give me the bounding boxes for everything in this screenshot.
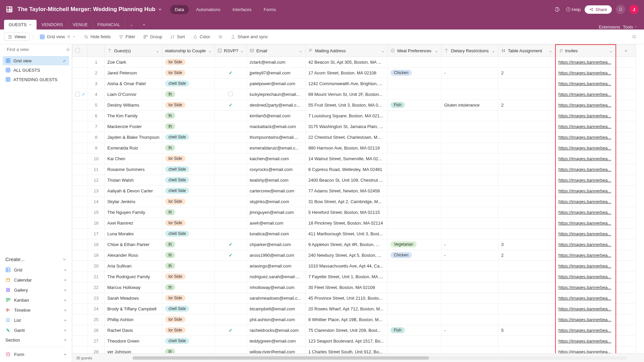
history-icon[interactable] (552, 5, 562, 14)
invites-cell[interactable]: https://images.bannerbea... (555, 132, 616, 142)
base-title[interactable]: The Taylor-Mitchell Merger: Wedding Plan… (17, 6, 155, 13)
guest-cell[interactable]: Rachel Davis (105, 325, 162, 336)
email-cell[interactable]: skyjinks@email.com (247, 196, 306, 207)
row-check-cell[interactable] (72, 346, 88, 353)
invite-link[interactable]: https://images.bannerbea... (558, 70, 611, 75)
table-row[interactable]: 11Roxanne Summerschell Sideroxyrocks@ema… (72, 164, 636, 175)
guest-cell[interactable]: Axel Ramirez (105, 218, 162, 228)
table-row[interactable]: 18Chloe & Ethan Parkerth✓chparker@email.… (72, 239, 636, 250)
invites-cell[interactable]: https://images.bannerbea... (555, 121, 616, 132)
row-check-cell[interactable] (72, 78, 88, 89)
meal-cell[interactable]: Fish (388, 325, 441, 336)
add-field-button[interactable]: + (616, 45, 636, 57)
diet-cell[interactable] (441, 132, 498, 142)
row-check-cell[interactable] (72, 218, 88, 228)
relationship-cell[interactable]: lor Side (162, 196, 214, 207)
meal-cell[interactable] (388, 175, 441, 185)
invites-cell[interactable]: https://images.bannerbea... (555, 196, 616, 207)
relationship-cell[interactable]: lor Side (162, 293, 214, 303)
row-check-cell[interactable] (72, 196, 88, 207)
relationship-cell[interactable]: chell Side (162, 132, 214, 142)
guest-cell[interactable]: Phillip Ashton (105, 314, 162, 325)
grid-view-button[interactable]: Grid view (37, 32, 79, 41)
invite-link[interactable]: https://images.bannerbea... (558, 81, 611, 86)
table-row[interactable]: 19Alexander Rossth✓aross1990@email.com24… (72, 250, 636, 260)
guest-cell[interactable]: Skylar Jenkins (105, 196, 162, 207)
row-check-cell[interactable] (72, 175, 88, 185)
base-icon[interactable] (5, 5, 13, 13)
table-row[interactable]: 12Tristan Walshchell Sidetwalshy@email.c… (72, 175, 636, 185)
email-cell[interactable]: patelpower@email.com (247, 78, 306, 89)
diet-cell[interactable] (441, 303, 498, 314)
table-cell[interactable] (498, 110, 555, 121)
table-cell[interactable] (498, 260, 555, 271)
guest-cell[interactable]: Kai Chen (105, 153, 162, 164)
address-cell[interactable]: 45 Province Street, Unit 2110, Bosto... (306, 293, 388, 303)
table-row[interactable]: 3Aisha & Omar Patelchell Sidepatelpower@… (72, 78, 636, 89)
diet-cell[interactable] (441, 89, 498, 100)
guest-cell[interactable]: Brody & Tiffany Campbell (105, 303, 162, 314)
invites-cell[interactable]: https://images.bannerbea... (555, 207, 616, 218)
guest-cell[interactable]: Roxanne Summers (105, 164, 162, 175)
address-cell[interactable]: 7 Fayette Street, Unit 1, Boston, MA ... (306, 271, 388, 282)
relationship-cell[interactable]: chell Side (162, 303, 214, 314)
table-row[interactable]: ⤢4Liam O'Connorthluckyleprechaun@email..… (72, 89, 636, 100)
rsvp-cell[interactable] (214, 175, 247, 185)
share-sync-button[interactable]: Share and sync (227, 32, 271, 41)
rsvp-cell[interactable]: ✓ (214, 250, 247, 260)
meal-cell[interactable] (388, 78, 441, 89)
diet-cell[interactable] (441, 207, 498, 218)
invite-link[interactable]: https://images.bannerbea... (558, 113, 611, 118)
invite-link[interactable]: https://images.bannerbea... (558, 263, 611, 268)
table-row[interactable]: 15The Nguyen Familythjimnguyen@email.com… (72, 207, 636, 218)
relationship-cell[interactable]: th (162, 142, 214, 153)
tab-data[interactable]: Data (170, 5, 189, 14)
table-cell[interactable] (498, 164, 555, 175)
diet-cell[interactable] (441, 314, 498, 325)
relationship-cell[interactable]: lor Side (162, 100, 214, 110)
invites-cell[interactable]: https://images.bannerbea... (555, 78, 616, 89)
guest-cell[interactable]: Tristan Walsh (105, 175, 162, 185)
row-check-cell[interactable] (72, 67, 88, 78)
invites-cell[interactable]: https://images.bannerbea... (555, 89, 616, 100)
hide-fields-button[interactable]: Hide fields (80, 32, 114, 41)
guest-cell[interactable]: Liam O'Connor (105, 89, 162, 100)
invite-link[interactable]: https://images.bannerbea... (558, 156, 611, 161)
table-row[interactable]: 16Axel Ramirezlor Sideaxelr@email.com18 … (72, 218, 636, 228)
horizontal-scrollbar[interactable] (132, 356, 627, 360)
email-cell[interactable]: luckyleprechaun@email... (247, 89, 306, 100)
table-row[interactable]: 17Luna Moraleschell Sidelunatica@email.c… (72, 228, 636, 239)
meal-cell[interactable] (388, 132, 441, 142)
table-cell[interactable] (498, 185, 555, 196)
help-button[interactable]: ?Help (566, 7, 581, 12)
meal-cell[interactable]: Fish (388, 100, 441, 110)
rsvp-cell[interactable] (214, 78, 247, 89)
row-height-button[interactable] (215, 33, 226, 41)
guest-cell[interactable]: Theodore Green (105, 336, 162, 346)
meal-cell[interactable] (388, 218, 441, 228)
meal-cell[interactable]: Vegetarian (388, 239, 441, 250)
email-cell[interactable]: thompsontwins@email.... (247, 132, 306, 142)
header-checkbox[interactable] (72, 45, 88, 57)
row-check-cell[interactable] (72, 293, 88, 303)
relationship-cell[interactable]: chell Side (162, 336, 214, 346)
guest-cell[interactable]: Aria Sullivan (105, 260, 162, 271)
invite-link[interactable]: https://images.bannerbea... (558, 135, 611, 140)
row-check-cell[interactable] (72, 164, 88, 175)
invites-cell[interactable]: https://images.bannerbea... (555, 239, 616, 250)
relationship-cell[interactable]: th (162, 89, 214, 100)
search-button[interactable] (629, 33, 640, 41)
table-row[interactable]: 9Esmeralda Ruizthesmeraldaruiz@email.c..… (72, 142, 636, 153)
email-cell[interactable]: jpetey87@email.com (247, 67, 306, 78)
table-row[interactable]: 6The Kim Familythkimfam5@email.com7 Loui… (72, 110, 636, 121)
rsvp-cell[interactable] (214, 164, 247, 175)
create-header[interactable]: Create... (5, 254, 66, 265)
invites-cell[interactable]: https://images.bannerbea... (555, 250, 616, 260)
expand-icon[interactable]: ⤢ (82, 92, 85, 97)
invite-link[interactable]: https://images.bannerbea... (558, 317, 611, 322)
invite-link[interactable]: https://images.bannerbea... (558, 199, 611, 204)
diet-cell[interactable] (441, 110, 498, 121)
address-cell[interactable]: 55 Fruit Street, Unit 3, Boston, MA 0... (306, 100, 388, 110)
guest-cell[interactable]: Jared Peterson (105, 67, 162, 78)
meal-cell[interactable] (388, 207, 441, 218)
